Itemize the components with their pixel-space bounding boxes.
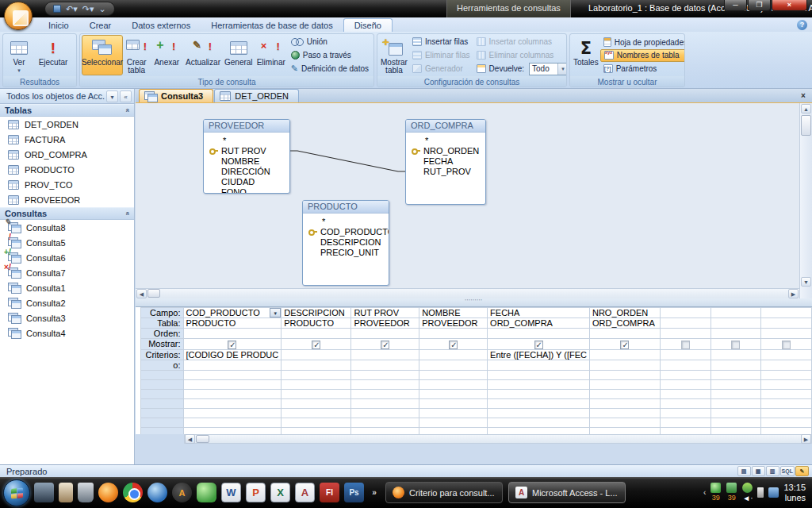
grid-orden-col2[interactable] (351, 329, 419, 339)
field-rut-prov[interactable]: RUT PROV (207, 146, 286, 156)
grid-empty-r1-col0[interactable] (183, 379, 282, 389)
grid-empty-r5-col1[interactable] (282, 418, 351, 427)
grid-empty-r2-col4[interactable] (488, 389, 590, 398)
thunderbird-icon[interactable] (147, 483, 167, 502)
nav-item-factura[interactable]: FACTURA (0, 132, 134, 147)
grid-o-col4[interactable] (488, 360, 590, 370)
minimize-button[interactable]: ─ (724, 0, 747, 11)
grid-horizontal-scrollbar[interactable]: ◀ ▶ (184, 434, 812, 444)
grid-criterios-col0[interactable]: [CODIGO DE PRODUC (183, 349, 282, 360)
grid-empty-r6-col0[interactable] (183, 427, 282, 434)
scroll-right-icon[interactable]: ▶ (801, 434, 811, 444)
grid-empty-r4-col0[interactable] (183, 408, 282, 418)
close-document-icon[interactable]: × (799, 91, 808, 101)
pane-splitter[interactable]: ''''''''' (136, 298, 812, 306)
word-icon[interactable]: W (221, 483, 241, 502)
grid-campo-col1[interactable]: DESCRIPCION (282, 308, 351, 318)
totales-button[interactable]: Σ Totales (572, 35, 600, 75)
help-icon[interactable]: ? (797, 20, 807, 30)
grid-tabla-col4[interactable]: ORD_COMPRA (488, 318, 590, 329)
grid-empty-r2-col5[interactable] (589, 389, 660, 398)
grid-empty-r5-col7[interactable] (710, 418, 761, 427)
taskbar-window-microsoft-access-l-[interactable]: AMicrosoft Access - L... (508, 482, 626, 503)
grid-empty-r5-col2[interactable] (351, 418, 419, 427)
grid-empty-r5-col8[interactable] (761, 418, 812, 427)
ribbon-tab-datos-externos[interactable]: Datos externos (121, 19, 201, 32)
grid-empty-r3-col8[interactable] (761, 398, 812, 408)
battery-icon[interactable] (757, 487, 764, 498)
access-icon[interactable]: A (295, 483, 315, 502)
document-tab-det-orden[interactable]: DET_ORDEN (214, 89, 299, 102)
nav-item-consulta8[interactable]: Consulta8 (0, 220, 134, 235)
emule-tray-icon[interactable] (726, 483, 737, 493)
network-user-icon[interactable] (710, 483, 721, 493)
grid-empty-r0-col0[interactable] (183, 370, 282, 379)
grid-orden-col8[interactable] (761, 329, 812, 339)
field-list-title[interactable]: PRODUCTO (303, 201, 389, 214)
collapse-section-icon[interactable]: « (123, 211, 131, 215)
grid-empty-r2-col3[interactable] (419, 389, 488, 398)
grid-campo-col5[interactable]: NRO_ORDEN (589, 308, 660, 318)
grid-empty-r0-col3[interactable] (419, 370, 488, 379)
grid-mostrar-col5[interactable] (589, 339, 660, 350)
grid-empty-r4-col6[interactable] (661, 408, 711, 418)
grid-empty-r4-col8[interactable] (761, 408, 812, 418)
grid-o-col1[interactable] (282, 360, 351, 370)
clock[interactable]: 13:15 lunes (783, 483, 806, 503)
customize-toolbar-icon[interactable]: ⌄ (99, 5, 106, 13)
anexar-button[interactable]: +! Anexar (150, 35, 183, 75)
horizontal-scroll-thumb[interactable] (196, 435, 209, 443)
grid-empty-r0-col7[interactable] (710, 370, 761, 379)
grid-criterios-col8[interactable] (761, 349, 812, 360)
grid-o-col0[interactable] (183, 360, 282, 370)
grid-empty-r1-col7[interactable] (710, 379, 761, 389)
grid-empty-r3-col6[interactable] (661, 398, 711, 408)
grid-orden-col0[interactable] (183, 329, 282, 339)
nombres-de-tabla-button[interactable]: Nombres de tabla (600, 49, 685, 62)
grid-empty-r0-col4[interactable] (488, 370, 590, 379)
grid-empty-r2-col0[interactable] (183, 389, 282, 398)
ribbon-tab-inicio[interactable]: Inicio (38, 19, 79, 32)
field-nro-orden[interactable]: NRO_ORDEN (409, 146, 482, 156)
grid-mostrar-col8[interactable] (761, 339, 812, 350)
grid-o-col7[interactable] (710, 360, 761, 370)
query-design-surface[interactable]: PROVEEDOR*RUT PROVNOMBREDIRECCIÓNCIUDADF… (136, 103, 799, 288)
grid-empty-r6-col8[interactable] (761, 427, 812, 434)
grid-empty-r4-col2[interactable] (351, 408, 419, 418)
grid-mostrar-col6[interactable] (661, 339, 711, 350)
grid-empty-r3-col3[interactable] (419, 398, 488, 408)
grid-empty-r4-col3[interactable] (419, 408, 488, 418)
field-ciudad[interactable]: CIUDAD (207, 177, 286, 187)
nav-item-ord-compra[interactable]: ORD_COMPRA (0, 147, 134, 162)
horizontal-scroll-thumb[interactable] (147, 289, 160, 298)
field-fecha[interactable]: FECHA (409, 156, 482, 167)
photoshop-icon[interactable]: Ps (344, 483, 364, 502)
grid-campo-col4[interactable]: FECHA (488, 308, 590, 318)
insertar-filas-button[interactable]: Insertar filas (409, 35, 473, 48)
vertical-scroll-thumb[interactable] (801, 115, 811, 136)
design-vertical-scrollbar[interactable]: ▲ ▼ (799, 103, 812, 298)
show-checkbox[interactable] (228, 341, 236, 349)
undo-icon[interactable]: ↶▾ (66, 5, 78, 13)
grid-campo-col2[interactable]: RUT PROV (351, 308, 419, 318)
general-button[interactable]: General (223, 35, 255, 75)
nav-section-consultas[interactable]: Consultas« (0, 207, 134, 220)
grid-criterios-col7[interactable] (710, 349, 761, 360)
field-fono[interactable]: FONO (207, 187, 286, 194)
ejecutar-button[interactable]: ! Ejecutar (33, 35, 73, 75)
grid-empty-r1-col5[interactable] (589, 379, 660, 389)
grid-empty-r4-col7[interactable] (710, 408, 761, 418)
grid-empty-r3-col2[interactable] (351, 398, 419, 408)
seleccionar-button[interactable]: Seleccionar (82, 35, 123, 75)
grid-tabla-col5[interactable]: ORD_COMPRA (589, 318, 660, 329)
eliminar-columnas-button[interactable]: Eliminar columnas (473, 48, 567, 62)
grid-campo-col3[interactable]: NOMBRE (419, 308, 488, 318)
flash-icon[interactable]: Fl (320, 483, 339, 502)
grid-empty-r4-col5[interactable] (589, 408, 660, 418)
devuelve-select[interactable]: Todo▾ (529, 63, 567, 75)
grid-criterios-col1[interactable] (282, 349, 351, 360)
grid-o-col3[interactable] (419, 360, 488, 370)
nav-item-consulta5[interactable]: Consulta5 (0, 235, 134, 250)
nav-item-consulta4[interactable]: Consulta4 (0, 325, 134, 341)
nav-item-consulta2[interactable]: Consulta2 (0, 295, 134, 310)
